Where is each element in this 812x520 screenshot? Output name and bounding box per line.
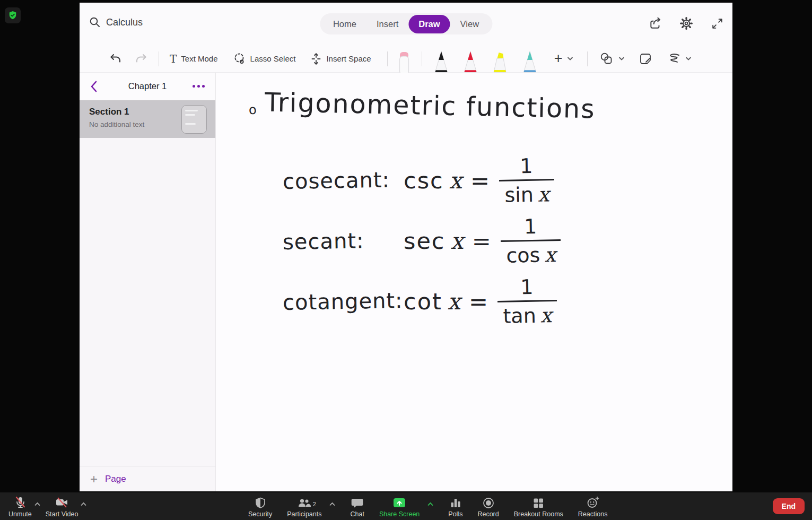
polls-button[interactable]: Polls <box>448 492 462 520</box>
reactions-smiley-icon <box>586 496 600 509</box>
tab-view[interactable]: View <box>450 15 489 33</box>
breakout-rooms-button[interactable]: Breakout Rooms <box>514 492 563 520</box>
record-button[interactable]: Record <box>477 492 499 520</box>
tab-insert[interactable]: Insert <box>366 15 408 33</box>
text-mode-label: Text Mode <box>181 54 217 63</box>
share-screen-button[interactable]: Share Screen <box>379 492 433 520</box>
fraction: 1 sin x <box>499 154 555 207</box>
handwritten-equation-row: cosecant: csc x = 1 sin x <box>283 151 554 210</box>
meeting-toolbar-left: Unmute Start Video <box>8 492 85 520</box>
add-page-button[interactable]: + Page <box>80 466 215 491</box>
end-meeting-button[interactable]: End <box>773 498 805 514</box>
lasso-label: Lasso Select <box>250 54 296 63</box>
camera-off-icon <box>55 496 69 509</box>
search-value: Calculus <box>106 17 143 28</box>
app-main: Chapter 1 Section 1 No additional text +… <box>80 73 732 491</box>
chevron-down-icon <box>618 56 625 61</box>
handwritten-title: Trigonometric functions <box>264 87 596 124</box>
divider <box>587 51 588 66</box>
reactions-button[interactable]: Reactions <box>578 492 608 520</box>
chevron-left-icon <box>90 81 97 92</box>
onenote-window: Calculus Home Insert Draw View <box>80 3 732 491</box>
header-actions <box>648 15 725 31</box>
highlighter-icon <box>490 50 510 73</box>
search-input[interactable]: Calculus <box>89 16 143 28</box>
tab-draw[interactable]: Draw <box>408 15 450 33</box>
settings-button[interactable] <box>678 15 694 31</box>
sidebar-header: Chapter 1 <box>80 73 215 100</box>
divider <box>387 51 388 66</box>
denominator: sin x <box>499 179 555 207</box>
den-variable: x <box>544 243 556 266</box>
unmute-button[interactable]: Unmute <box>8 492 32 520</box>
chevron-down-icon <box>685 56 692 61</box>
fullscreen-button[interactable] <box>709 15 725 31</box>
equals-sign: = <box>469 288 488 315</box>
app-header: Calculus Home Insert Draw View <box>80 3 732 45</box>
note-pen-icon <box>639 52 652 66</box>
share-screen-chevron[interactable] <box>427 499 433 508</box>
record-icon <box>482 497 495 509</box>
numerator: 1 <box>518 154 535 180</box>
variable: x <box>448 288 460 315</box>
equation-label: cosecant: <box>283 167 404 194</box>
security-shield-icon <box>254 497 267 509</box>
unmute-options-chevron[interactable] <box>34 499 40 508</box>
insert-space-button[interactable]: Insert Space <box>310 53 371 65</box>
shield-check-icon <box>7 10 18 21</box>
text-mode-icon: T <box>170 54 177 64</box>
participants-chevron[interactable] <box>329 499 335 508</box>
lasso-select-button[interactable]: Lasso Select <box>233 52 296 65</box>
redo-button[interactable] <box>135 53 148 65</box>
lasso-icon <box>233 52 246 65</box>
highlighter-yellow[interactable] <box>490 45 510 73</box>
page-list-item-selected[interactable]: Section 1 No additional text <box>80 100 215 138</box>
add-pen-button[interactable]: + <box>554 51 574 66</box>
pen-teal[interactable] <box>520 45 539 73</box>
drawing-canvas[interactable]: o Trigonometric functions cosecant: csc … <box>216 73 732 491</box>
ink-to-text-button[interactable] <box>639 52 652 66</box>
tab-home[interactable]: Home <box>323 15 366 33</box>
security-button[interactable]: Security <box>248 492 272 520</box>
divider <box>422 51 422 66</box>
text-mode-button[interactable]: T Text Mode <box>170 54 218 64</box>
den-variable: x <box>538 183 549 206</box>
equals-sign: = <box>472 228 491 254</box>
pen-black-icon <box>432 50 451 73</box>
polls-icon <box>449 497 462 509</box>
handwritten-bullet: o <box>248 102 257 118</box>
sidebar-empty-area <box>80 138 215 466</box>
insert-space-icon <box>310 53 322 65</box>
share-button[interactable] <box>648 15 663 31</box>
meeting-toolbar: Unmute Start Video <box>0 492 812 520</box>
function-name: csc <box>404 167 444 194</box>
breakout-rooms-icon <box>532 497 545 509</box>
more-options-button[interactable] <box>193 85 205 88</box>
equation-label: secant: <box>283 228 404 254</box>
undo-button[interactable] <box>109 53 121 65</box>
shapes-button[interactable] <box>599 52 625 66</box>
participants-button[interactable]: 2 Participants <box>287 492 335 520</box>
encryption-badge[interactable] <box>5 7 21 23</box>
fraction: 1 cos x <box>500 214 561 267</box>
eraser-tool[interactable] <box>396 45 412 73</box>
ink-effects-button[interactable] <box>666 53 692 65</box>
participants-count: 2 <box>313 501 316 507</box>
pen-red[interactable] <box>461 45 480 73</box>
page-thumbnail <box>181 105 207 134</box>
shapes-icon <box>599 52 614 66</box>
numerator: 1 <box>522 215 539 240</box>
fraction: 1 tan x <box>497 275 557 328</box>
function-name: sec <box>404 228 446 254</box>
video-options-chevron[interactable] <box>81 499 86 508</box>
chat-button[interactable]: Chat <box>350 492 364 520</box>
pen-black[interactable] <box>432 45 451 73</box>
share-screen-icon <box>391 497 407 509</box>
den-variable: x <box>540 304 552 327</box>
start-video-button[interactable]: Start Video <box>46 492 78 520</box>
numerator: 1 <box>518 275 536 301</box>
back-button[interactable] <box>90 81 97 92</box>
pen-teal-icon <box>520 50 539 73</box>
chevron-down-icon <box>567 56 573 61</box>
plus-icon: + <box>90 473 98 486</box>
